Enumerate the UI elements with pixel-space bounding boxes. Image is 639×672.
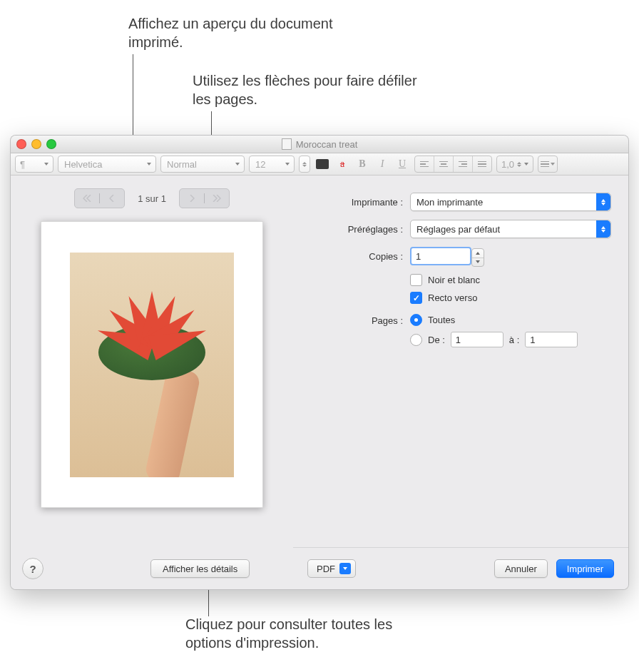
strikethrough-color[interactable]: a <box>334 156 350 172</box>
pdf-label: PDF <box>317 564 335 574</box>
duplex-checkbox[interactable] <box>410 292 422 304</box>
align-left-icon <box>420 161 429 167</box>
align-right-button[interactable] <box>454 156 473 172</box>
watermelon-shape <box>91 259 213 380</box>
pages-range-row: De : 1 à : 1 <box>410 332 578 347</box>
font-name: Helvetica <box>64 159 102 170</box>
duplex-row: Recto verso <box>410 292 611 304</box>
pdf-menu-button[interactable]: PDF <box>307 559 356 578</box>
show-details-button[interactable]: Afficher les détails <box>150 559 250 578</box>
pages-all-row: Toutes <box>410 314 578 326</box>
next-page-group <box>179 188 230 208</box>
print-button[interactable]: Imprimer <box>556 559 614 578</box>
dropdown-arrow-icon <box>339 563 351 574</box>
callout-arrows: Utilisez les flèches pour faire défiler … <box>193 71 421 108</box>
presets-value: Réglages par défaut <box>416 224 500 235</box>
copies-label: Copies : <box>310 251 410 262</box>
paragraph-symbol: ¶ <box>20 159 25 170</box>
printer-row: Imprimante : Mon imprimante <box>310 193 611 211</box>
printer-select[interactable]: Mon imprimante <box>410 193 611 211</box>
preview-pane: 1 sur 1 <box>11 175 293 589</box>
italic-button[interactable]: I <box>374 156 390 172</box>
format-toolbar: ¶ Helvetica Normal 12 a B I U 1,0 <box>11 153 628 175</box>
window-title-text: Moroccan treat <box>296 139 358 150</box>
duplex-label: Recto verso <box>428 292 477 303</box>
align-left-button[interactable] <box>415 156 434 172</box>
presets-label: Préréglages : <box>310 224 410 235</box>
chevron-down-icon <box>302 165 307 167</box>
line-spacing-select[interactable]: 1,0 <box>496 156 533 173</box>
style-name: Normal <box>167 159 197 170</box>
separator <box>204 193 205 203</box>
pages-to-input[interactable]: 1 <box>525 332 578 347</box>
dialog-footer: PDF Annuler Imprimer <box>293 547 628 589</box>
chevron-right-icon <box>189 195 195 202</box>
font-select[interactable]: Helvetica <box>58 156 156 173</box>
minimize-button[interactable] <box>31 139 41 149</box>
pages-label: Pages : <box>310 314 410 326</box>
copies-row: Copies : 1 <box>310 247 611 265</box>
size-select[interactable]: 12 <box>249 156 295 173</box>
callout-preview: Affichez un aperçu du document imprimé. <box>128 14 342 51</box>
chevron-up-icon <box>302 162 307 164</box>
size-stepper[interactable] <box>299 156 310 173</box>
spacing-value: 1,0 <box>501 159 514 170</box>
copies-stepper[interactable] <box>471 248 484 267</box>
chevron-down-icon <box>551 163 555 166</box>
close-button[interactable] <box>16 139 26 149</box>
pages-to-label: à : <box>509 335 519 345</box>
align-group <box>414 156 492 173</box>
select-arrows-icon <box>596 220 610 238</box>
last-page-button[interactable] <box>208 191 226 205</box>
align-right-icon <box>459 161 467 167</box>
printer-value: Mon imprimante <box>416 197 483 208</box>
print-dialog: 1 sur 1 <box>11 175 628 589</box>
page-indicator: 1 sur 1 <box>135 193 169 204</box>
next-page-button[interactable] <box>183 191 201 205</box>
paragraph-menu[interactable]: ¶ <box>15 156 53 173</box>
pages-radio-group: Toutes De : 1 à : 1 <box>410 314 578 353</box>
preview-image <box>70 253 234 477</box>
first-page-button[interactable] <box>78 191 96 205</box>
cancel-button[interactable]: Annuler <box>494 559 548 578</box>
select-arrows-icon <box>596 193 610 210</box>
pages-from-label: De : <box>428 335 445 345</box>
list-menu[interactable] <box>538 156 558 173</box>
prev-page-button[interactable] <box>103 191 121 205</box>
align-center-icon <box>439 161 448 167</box>
list-icon <box>541 161 549 167</box>
style-select[interactable]: Normal <box>160 156 245 173</box>
pages-all-label: Toutes <box>428 315 455 325</box>
presets-select[interactable]: Réglages par défaut <box>410 220 611 238</box>
stepper-up[interactable] <box>472 249 484 258</box>
align-justify-icon <box>478 161 486 167</box>
bw-checkbox[interactable] <box>410 274 422 286</box>
bw-label: Noir et blanc <box>428 275 480 285</box>
spacing-stepper-icon <box>517 162 521 167</box>
align-center-button[interactable] <box>434 156 454 172</box>
pages-all-radio[interactable] <box>410 314 422 326</box>
help-button[interactable]: ? <box>22 558 44 579</box>
copies-input[interactable]: 1 <box>410 247 471 265</box>
text-color[interactable] <box>315 156 330 172</box>
align-justify-button[interactable] <box>473 156 491 172</box>
titlebar: Moroccan treat <box>11 136 628 153</box>
zoom-button[interactable] <box>46 139 56 149</box>
callout-details: Cliquez pour consulter toutes les option… <box>185 615 428 652</box>
pages-from-input[interactable]: 1 <box>451 332 503 347</box>
window-title: Moroccan treat <box>11 138 628 150</box>
presets-row: Préréglages : Réglages par défaut <box>310 220 611 238</box>
copies-value: 1 <box>416 251 421 262</box>
bw-row: Noir et blanc <box>410 274 611 286</box>
pages-row: Pages : Toutes De : 1 à : 1 <box>310 314 611 353</box>
underline-button[interactable]: U <box>394 156 410 172</box>
printer-label: Imprimante : <box>310 197 410 208</box>
chevron-left-icon <box>109 195 115 202</box>
arm-shape <box>143 367 200 477</box>
page-preview <box>41 221 263 508</box>
traffic-lights <box>16 139 56 149</box>
pages-range-radio[interactable] <box>410 334 422 346</box>
bold-button[interactable]: B <box>354 156 370 172</box>
stepper-down[interactable] <box>472 258 484 267</box>
strike-icon: a <box>336 158 349 170</box>
